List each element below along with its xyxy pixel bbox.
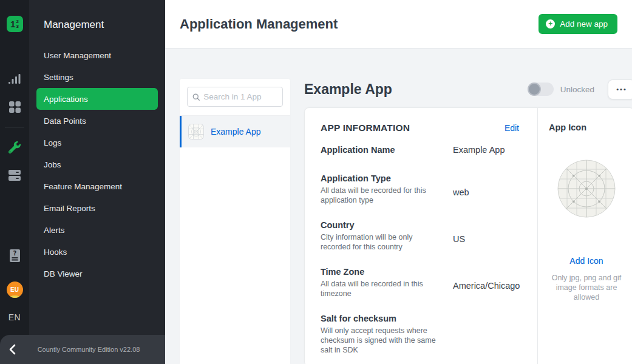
rail-divider [5,127,24,127]
field-label: Application Type [321,174,453,183]
plugins-grid-icon[interactable] [8,100,21,113]
content-area: Example App Example App Unlocked ••• APP… [165,49,632,364]
field-value [453,328,519,355]
add-new-app-button[interactable]: + Add new app [539,14,617,34]
svg-text:?: ? [13,250,16,257]
countly-logo-icon[interactable]: 1 23 [7,16,23,32]
toggle-knob [528,83,541,96]
field-desc: Will only accept requests where checksum… [321,326,453,355]
section-header: APP INFORMATION Edit [321,123,519,133]
collapse-sidebar-icon[interactable] [0,344,24,355]
add-new-app-label: Add new app [560,19,608,29]
page-title: Application Management [180,16,539,32]
sidebar-footer: Countly Community Edition v22.08 [0,335,165,364]
info-row-application-type: Application Type All data will be record… [321,174,519,205]
sidebar-menu-list: User Management Settings Applications Da… [29,44,165,285]
sidebar-item-applications[interactable]: Applications [36,88,158,110]
sidebar-item-user-management[interactable]: User Management [36,44,158,66]
info-row-time-zone: Time Zone All data will be recorded in t… [321,267,519,298]
logo-digit: 1 [10,19,15,29]
field-value: America/Chicago [453,281,520,298]
logo-digits: 23 [16,19,18,29]
sidebar-item-logs[interactable]: Logs [36,132,158,153]
sidebar-item-settings[interactable]: Settings [36,66,158,88]
field-value: Example App [453,145,519,155]
sidebar-item-db-viewer[interactable]: DB Viewer [36,263,158,285]
sidebar-item-hooks[interactable]: Hooks [36,241,158,263]
field-value: US [453,234,519,252]
user-avatar[interactable]: EU [7,281,23,298]
language-selector[interactable]: EN [8,312,21,322]
version-label: Countly Community Edition v22.08 [24,346,165,353]
field-label: Country [321,220,453,230]
application-management-screen: 1 23 [0,0,632,364]
app-list-item-example-app[interactable]: Example App [180,116,290,147]
icon-format-note: Only jpg, png and gif image formats are … [549,273,624,302]
more-options-button[interactable]: ••• [608,79,632,99]
management-wrench-icon[interactable] [8,141,21,154]
app-detail-title: Example App [304,81,528,98]
field-label: Time Zone [321,267,453,277]
lock-toggle-label: Unlocked [560,85,594,94]
management-sidebar: Management User Management Settings Appl… [29,0,165,364]
info-row-application-name: Application Name Example App [321,145,519,155]
app-icon-panel: App Icon [537,108,632,364]
edit-link[interactable]: Edit [505,123,519,133]
plus-icon: + [546,19,555,29]
app-item-name: Example App [211,127,261,136]
app-search-box [187,87,283,107]
info-row-salt-for-checksum: Salt for checksum Will only accept reque… [321,314,519,355]
sidebar-item-feature-management[interactable]: Feature Management [36,175,158,197]
sidebar-item-alerts[interactable]: Alerts [36,219,158,241]
app-search-wrap [180,79,290,116]
page-header: Application Management + Add new app [165,0,632,49]
data-manager-icon[interactable] [8,169,21,182]
app-icon-title: App Icon [549,123,624,132]
app-information-section: APP INFORMATION Edit Application Name Ex… [305,108,537,364]
app-information-card: APP INFORMATION Edit Application Name Ex… [304,107,632,364]
search-icon [192,93,200,101]
info-row-country: Country City information will be only re… [321,220,519,252]
field-desc: All data will be recorded in this timezo… [321,279,453,298]
field-label: Application Name [321,145,453,155]
add-icon-link[interactable]: Add Icon [549,256,624,266]
search-input[interactable] [203,92,277,101]
sidebar-title: Management [29,0,165,31]
report-manager-icon[interactable]: ? [8,249,21,262]
field-value: web [453,187,519,205]
sidebar-item-data-points[interactable]: Data Points [36,110,158,132]
lock-toggle[interactable] [528,83,554,96]
analytics-icon[interactable] [8,72,21,86]
section-title: APP INFORMATION [321,123,505,133]
app-placeholder-icon [188,124,204,140]
avatar-initials: EU [10,286,19,293]
field-desc: City information will be only recorded f… [321,232,453,252]
sidebar-item-jobs[interactable]: Jobs [36,153,158,175]
field-label: Salt for checksum [321,314,453,323]
app-detail-header: Example App Unlocked ••• [304,78,632,100]
app-icon-placeholder [557,160,616,218]
sidebar-item-email-reports[interactable]: Email Reports [36,197,158,219]
icon-rail: 1 23 [0,0,29,364]
field-desc: All data will be recorded for this appli… [321,186,453,205]
app-list-panel: Example App [180,79,290,364]
app-icon-preview [549,160,624,218]
